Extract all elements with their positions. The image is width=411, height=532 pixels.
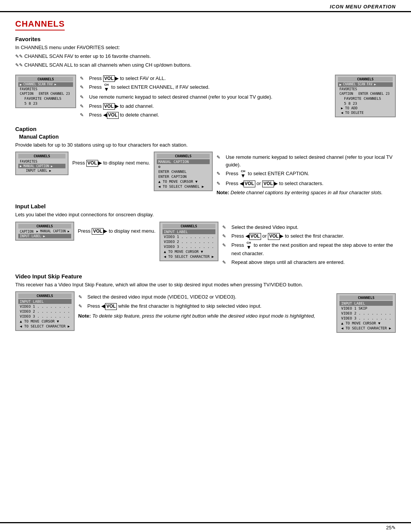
tv-row-favorites: ▶CHANNEL SCAN FAV ▶ xyxy=(18,82,73,87)
vs-tv-left-label: CHANNELS xyxy=(18,294,72,298)
caption-tv-right-enter-ch: ENTER CHANNEL xyxy=(157,169,210,174)
vs-tv-v1: VIDEO 1 . . . . . . . . xyxy=(18,304,72,309)
fav-bullet-sym-1: ✎ xyxy=(80,75,88,82)
fav-instr-2: ✎ Press CH▼ to select ENTER CHANNEL, if … xyxy=(80,83,331,92)
tv-right-numbers: 5 8 23 xyxy=(338,101,393,106)
il-right-instructions: ✎ Select the desired Video input. ✎ Pres… xyxy=(222,222,396,268)
cap-instr-2-text: Press CH▼ to select ENTER CAPTION. xyxy=(226,170,309,178)
manual-caption-heading: Manual Caption xyxy=(19,134,396,140)
vs-tv-right-il: INPUT LABEL xyxy=(339,301,393,306)
main-content: CHANNELS Favorites In CHANNELS menu unde… xyxy=(0,15,411,351)
caption-tv-right-icon: ⚙ xyxy=(157,164,210,169)
vs-instr-2-text: Press ◀VOL while the first character is … xyxy=(88,302,262,310)
favorites-bullet-2: ✎✎ CHANNEL SCAN ALL to scan all channels… xyxy=(15,61,396,69)
il-instr-2: ✎ Press ◀VOL or VOL▶ to select the first… xyxy=(222,232,396,240)
vs-bullet-2: ✎ xyxy=(78,303,86,310)
tv-row-fav-channels: FAVORITE CHANNELS xyxy=(18,96,73,101)
vs-instr-1-text: Select the desired video input mode (VID… xyxy=(88,293,237,301)
vs-tv-v3: VIDEO 3 . . . . . . . . xyxy=(18,314,72,319)
favorites-intro: In CHANNELS menu under FAVORITES select: xyxy=(15,44,396,51)
vs-screen-left: CHANNELS INPUT LABEL VIDEO 1 . . . . . .… xyxy=(15,291,75,331)
tv-right-favorites-label: FAVORITES xyxy=(338,87,393,91)
vs-tv-right: CHANNELS INPUT LABEL VIDEO 1 SKIP VIDEO … xyxy=(336,293,396,333)
fav-instr-4-text: Press VOL▶ to add channel. xyxy=(89,102,154,110)
tv-label-right: CHANNELS xyxy=(338,77,393,81)
manual-caption-intro: Provide labels for up to 30 stations usi… xyxy=(15,141,396,149)
cap-instr-2: ✎ Press CH▼ to select ENTER CAPTION. xyxy=(217,170,396,178)
video-skip-row: CHANNELS INPUT LABEL VIDEO 1 . . . . . .… xyxy=(15,291,396,333)
vs-tv-right-v2: VIDEO 2 . . . . . . . . xyxy=(339,311,393,316)
section-title: CHANNELS xyxy=(15,19,65,30)
il-instr-4: ✎ Repeat above steps until all character… xyxy=(222,259,396,266)
cap-instr-1-text: Use remote numeric keypad to select desi… xyxy=(226,153,396,168)
il-instr-4-text: Repeat above steps until all characters … xyxy=(231,259,345,266)
il-tv-right-il: INPUT LABEL xyxy=(162,229,216,234)
il-press-mid: Press VOL▶ to display next menu. xyxy=(78,222,156,235)
header-title: Icon Menu Operation xyxy=(330,4,396,10)
page-number: 25 xyxy=(386,525,392,530)
vs-tv-right-select: ◀ TO SELECT CHARACTER ▶ xyxy=(339,326,393,331)
il-tv-right-cursor: ▲ TO MOVE CURSOR ▼ xyxy=(162,249,216,254)
cap-note-text: Note: Delete channel captions by enterin… xyxy=(217,189,382,197)
favorites-bullet-1: ✎✎ CHANNEL SCAN FAV to enter up to 16 fa… xyxy=(15,53,396,60)
fav-bullet-sym-5: ✎ xyxy=(80,112,88,118)
tv-right-fav-channels: FAVORITE CHANNELS xyxy=(338,96,393,101)
input-label-screen-left: CHANNELS CAPTION ▶ MANUAL CAPTION ▶ INPU… xyxy=(15,222,74,241)
caption-tv-favorites: FAVORITES xyxy=(18,159,65,164)
cap-note: Note: Delete channel captions by enterin… xyxy=(217,189,396,197)
vs-tv-left: CHANNELS INPUT LABEL VIDEO 1 . . . . . .… xyxy=(15,291,75,331)
caption-tv-caption: ▶MANUAL CAPTION ▶ xyxy=(18,164,65,168)
caption-tv-left: CHANNELS FAVORITES ▶MANUAL CAPTION ▶ INP… xyxy=(15,152,68,175)
tv-right-caption: CAPTION ENTER CHANNEL 23 xyxy=(338,91,393,96)
vs-note-text: Note: To delete skip feature, press the … xyxy=(78,312,315,320)
il-instr-3-text: Press CH▼ to enter the next position and… xyxy=(231,241,396,257)
il-tv-left-label: CHANNELS xyxy=(18,224,71,228)
favorites-heading: Favorites xyxy=(15,36,396,42)
video-skip-intro: This receiver has a Video Input Skip Fea… xyxy=(15,281,396,289)
video-skip-heading: Video Input Skip Feature xyxy=(15,273,396,280)
input-label-row: CHANNELS CAPTION ▶ MANUAL CAPTION ▶ INPU… xyxy=(15,222,396,268)
fav-bullet-sym-4: ✎ xyxy=(80,103,88,110)
input-label-section: Input Label Lets you label the video inp… xyxy=(15,203,396,268)
il-instr-3: ✎ Press CH▼ to enter the next position a… xyxy=(222,241,396,257)
tv-right-to-delete: ◀ TO DELETE xyxy=(338,110,393,115)
il-instr-1-text: Select the desired Video input. xyxy=(231,224,298,231)
tv-row-numbers: 5 8 23 xyxy=(18,101,73,106)
il-bullet-2: ✎ xyxy=(222,233,230,240)
favorites-bullet-2-text: CHANNEL SCAN ALL to scan all channels wh… xyxy=(24,61,191,69)
cap-instr-3-text: Press ◀VOL or VOL▶ to select characters. xyxy=(226,180,323,187)
caption-tv-right-label: CHANNELS xyxy=(157,154,210,158)
caption-row: CHANNELS FAVORITES ▶MANUAL CAPTION ▶ INP… xyxy=(15,152,396,198)
caption-tv-right-cursor: ▲ TO MOVE CURSOR ▼ xyxy=(157,179,210,184)
favorites-bullet-1-text: CHANNEL SCAN FAV to enter up to 16 favor… xyxy=(24,53,151,60)
caption-heading: Caption xyxy=(15,126,396,132)
bullet-icon-2: ✎✎ xyxy=(15,62,23,69)
favorites-row: CHANNELS ▶CHANNEL SCAN FAV ▶ FAVORITES C… xyxy=(15,73,396,120)
input-label-intro: Lets you label the video input connectio… xyxy=(15,211,396,219)
input-label-heading: Input Label xyxy=(15,203,396,209)
vs-tv-right-label: CHANNELS xyxy=(339,296,393,300)
vs-tv-right-v1: VIDEO 1 SKIP xyxy=(339,306,393,311)
cap-instr-1: ✎ Use remote numeric keypad to select de… xyxy=(217,153,396,168)
il-tv-caption: CAPTION ▶ MANUAL CAPTION ▶ xyxy=(18,229,71,234)
il-bullet-3: ✎ xyxy=(222,242,230,249)
vs-tv-right-cursor: ▲ TO MOVE CURSOR ▼ xyxy=(339,321,393,326)
tv-screen-right: CHANNELS ▶CHANNEL SCAN FAV ▶ FAVORITES C… xyxy=(335,75,396,117)
fav-bullet-sym-2: ✎ xyxy=(80,84,88,91)
vs-screen-right: CHANNELS INPUT LABEL VIDEO 1 SKIP VIDEO … xyxy=(336,293,396,333)
input-label-screen-right: CHANNELS INPUT LABEL VIDEO 1 . . . . . .… xyxy=(159,222,219,261)
il-tv-right-select-char: ◀ TO SELECT CHARACTER ▶ xyxy=(162,254,216,259)
vs-tv-right-v3: VIDEO 3 . . . . . . . . xyxy=(339,316,393,321)
caption-tv-right: CHANNELS MANUAL CAPTION ⚙ ENTER CHANNEL … xyxy=(154,152,213,191)
vs-tv-input-label: INPUT LABEL xyxy=(18,299,72,304)
caption-tv-right-enter-cap: ENTER CAPTION xyxy=(157,174,210,179)
il-tv-right-v2: VIDEO 2 . . . . . . . . xyxy=(162,239,216,244)
il-tv-right-v1: VIDEO 1 . . . . . . . . xyxy=(162,234,216,239)
favorites-screen-right: CHANNELS ▶CHANNEL SCAN FAV ▶ FAVORITES C… xyxy=(335,75,396,117)
cap-bullet-1: ✎ xyxy=(217,154,224,161)
caption-right-instructions: ✎ Use remote numeric keypad to select de… xyxy=(217,152,396,198)
caption-tv-left-label: CHANNELS xyxy=(18,154,65,158)
fav-bullet-sym-3: ✎ xyxy=(80,94,88,101)
il-bullet-4: ✎ xyxy=(222,259,230,266)
fav-instr-4: ✎ Press VOL▶ to add channel. xyxy=(80,102,331,110)
